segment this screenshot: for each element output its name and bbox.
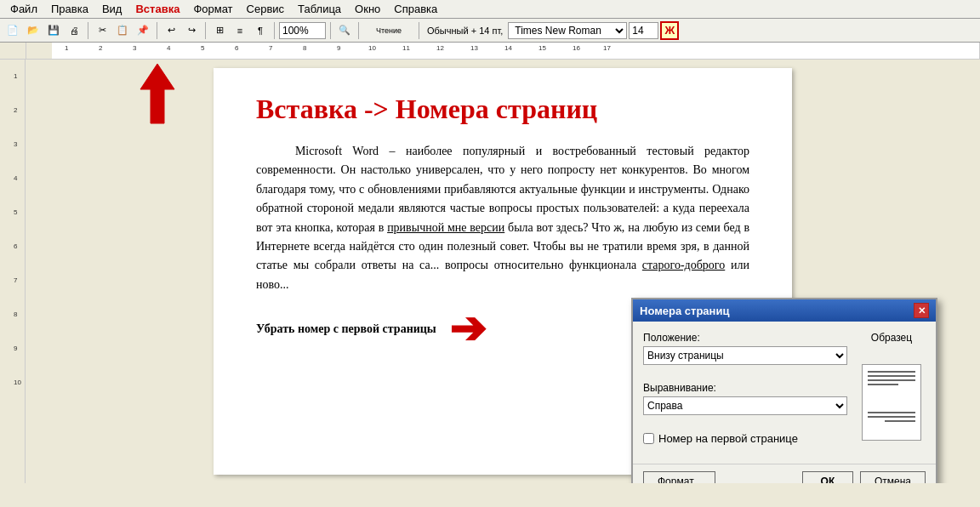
menu-bar: Файл Правка Вид Вставка Формат Сервис Та… xyxy=(0,0,980,19)
reading-button[interactable]: Чтение xyxy=(363,21,414,40)
bold-button[interactable]: Ж xyxy=(660,21,679,40)
ruler-left-margin xyxy=(0,43,26,59)
zoom-input[interactable] xyxy=(279,22,326,39)
cut-button[interactable]: ✂ xyxy=(93,21,111,40)
checkbox-label: Номер на первой странице xyxy=(658,432,798,445)
sep6 xyxy=(358,22,359,39)
copy-button[interactable]: 📋 xyxy=(113,21,132,40)
dialog-action-buttons: ОК Отмена xyxy=(802,471,926,483)
columns-button[interactable]: ≡ xyxy=(231,21,249,40)
toolbar-main: 📄 📂 💾 🖨 ✂ 📋 📌 ↩ ↪ ⊞ ≡ ¶ 🔍 Чтение Обычный… xyxy=(0,19,980,43)
preview-spacer xyxy=(866,388,917,409)
bottom-label: Убрать номер с первой страницы xyxy=(256,320,436,339)
position-row: Внизу страницы xyxy=(643,346,847,373)
checkbox-row: Номер на первой странице xyxy=(643,432,847,445)
preview-line-6 xyxy=(868,416,915,418)
dialog-body: Положение: Внизу страницы Выравнивание: … xyxy=(633,322,936,464)
dialog-footer: Формат... ОК Отмена xyxy=(633,464,936,483)
menu-format[interactable]: Формат xyxy=(186,1,239,17)
menu-help[interactable]: Справка xyxy=(387,1,444,17)
body-underline-1: привычной мне версии xyxy=(387,221,504,234)
right-arrow-icon: ➔ xyxy=(449,311,487,347)
align-label: Выравнивание: xyxy=(643,382,847,394)
preview-box xyxy=(862,364,921,441)
dialog-title-bar: Номера страниц ✕ xyxy=(633,299,936,322)
font-style-label: Обычный + 14 пт, xyxy=(427,26,503,36)
menu-service[interactable]: Сервис xyxy=(240,1,292,17)
new-button[interactable]: 📄 xyxy=(3,21,22,40)
redo-button[interactable]: ↪ xyxy=(182,21,201,40)
cancel-button[interactable]: Отмена xyxy=(860,471,926,483)
sep4 xyxy=(274,22,275,39)
dialog-left-panel: Положение: Внизу страницы Выравнивание: … xyxy=(643,332,847,453)
preview-label: Образец xyxy=(871,332,912,344)
page-numbers-dialog: Номера страниц ✕ Положение: Внизу страни… xyxy=(631,298,937,483)
ruler-gray-area xyxy=(26,43,52,59)
first-page-checkbox[interactable] xyxy=(643,433,654,444)
body-text-1 xyxy=(256,145,295,157)
page-title: Вставка -> Номера страниц xyxy=(256,94,749,125)
ruler-horizontal: 1 2 3 4 5 6 7 8 9 10 11 12 13 14 15 16 1… xyxy=(0,43,980,60)
menu-edit[interactable]: Правка xyxy=(44,1,95,17)
align-row: Справа xyxy=(643,396,847,424)
font-size-input[interactable] xyxy=(629,22,658,39)
open-button[interactable]: 📂 xyxy=(24,21,43,40)
sep1 xyxy=(88,22,88,39)
ruler-vertical: 1 2 3 4 5 6 7 8 9 10 xyxy=(0,60,26,483)
search-icon[interactable]: 🔍 xyxy=(335,21,354,40)
position-select[interactable]: Внизу страницы xyxy=(643,346,847,365)
ok-button[interactable]: ОК xyxy=(802,471,853,483)
preview-line-1 xyxy=(868,371,915,373)
dialog-close-button[interactable]: ✕ xyxy=(914,303,929,318)
align-select[interactable]: Справа xyxy=(643,396,847,415)
sep5 xyxy=(330,22,331,39)
font-name-select[interactable]: Times New Roman xyxy=(508,22,627,39)
preview-line-4 xyxy=(868,384,898,385)
preview-line-2 xyxy=(868,375,915,377)
ruler-scale: 1 2 3 4 5 6 7 8 9 10 11 12 13 14 15 16 1… xyxy=(26,43,980,59)
print-button[interactable]: 🖨 xyxy=(65,21,83,40)
menu-file[interactable]: Файл xyxy=(3,1,44,17)
undo-button[interactable]: ↩ xyxy=(162,21,180,40)
paste-button[interactable]: 📌 xyxy=(134,21,152,40)
dialog-preview-panel: Образец xyxy=(858,332,926,453)
preview-line-7 xyxy=(885,420,915,422)
pilcrow-button[interactable]: ¶ xyxy=(251,21,270,40)
menu-insert[interactable]: Вставка xyxy=(128,1,186,17)
sep3 xyxy=(205,22,206,39)
menu-window[interactable]: Окно xyxy=(348,1,387,17)
preview-line-3 xyxy=(868,379,915,381)
dialog-title-text: Номера страниц xyxy=(640,305,729,317)
save-button[interactable]: 💾 xyxy=(44,21,63,40)
main-area: 1 2 3 4 5 6 7 8 9 10 ↑ Вставка -> Номера… xyxy=(0,60,980,483)
sep7 xyxy=(419,22,419,39)
body-underline-2: старого-доброго xyxy=(642,259,725,271)
preview-line-5 xyxy=(868,412,915,413)
menu-view[interactable]: Вид xyxy=(95,1,129,17)
format-button[interactable]: Формат... xyxy=(643,471,715,483)
sep2 xyxy=(157,22,157,39)
position-label: Положение: xyxy=(643,332,847,344)
menu-table[interactable]: Таблица xyxy=(291,1,348,17)
table-button[interactable]: ⊞ xyxy=(210,21,229,40)
